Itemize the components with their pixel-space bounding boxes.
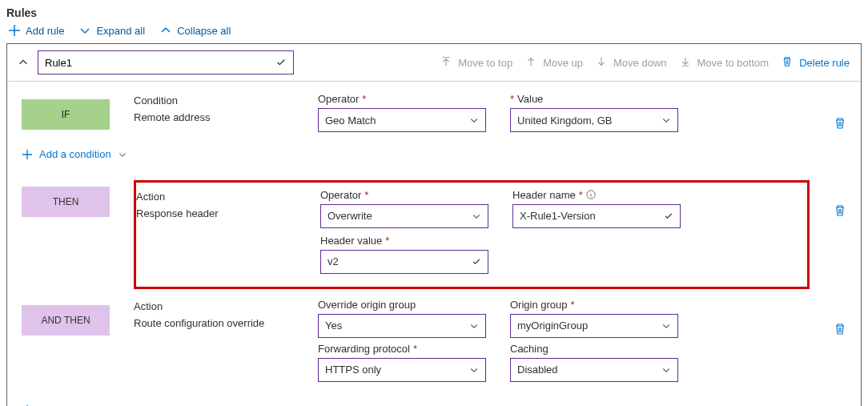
- collapse-all-button[interactable]: Collapse all: [159, 24, 231, 37]
- required-star: *: [571, 299, 575, 311]
- action2-label: Action: [134, 300, 294, 312]
- condition-label: Condition: [134, 94, 294, 107]
- check-icon: [472, 257, 481, 267]
- chevron-down-icon: [78, 24, 91, 37]
- caching-select[interactable]: Disabled: [510, 358, 678, 382]
- check-icon: [275, 57, 287, 68]
- delete-rule-button[interactable]: Delete rule: [778, 56, 853, 69]
- move-to-bottom-label: Move to bottom: [697, 57, 770, 69]
- action-sublabel: Response header: [136, 207, 296, 219]
- required-star: *: [364, 189, 368, 201]
- rule-card: Move to top Move up Move down Move to bo…: [6, 43, 862, 406]
- override-origin-select[interactable]: Yes: [318, 314, 486, 338]
- condition-sublabel: Remote address: [134, 111, 294, 123]
- move-up-label: Move up: [543, 57, 583, 69]
- move-down-button: Move down: [593, 56, 669, 69]
- then-badge: THEN: [22, 187, 110, 217]
- override-origin-label: Override origin group: [318, 299, 416, 311]
- chevron-up-icon: [159, 24, 172, 37]
- chevron-down-icon: [118, 150, 127, 159]
- rule-name-input[interactable]: [45, 57, 275, 69]
- forwarding-protocol-value: HTTPS only: [325, 364, 469, 376]
- arrow-down-icon: [596, 56, 609, 69]
- add-rule-label: Add rule: [26, 25, 64, 37]
- condition-operator-label: Operator: [318, 93, 359, 105]
- action-operator-select[interactable]: Overwrite: [320, 204, 488, 228]
- header-value-input[interactable]: v2: [320, 250, 488, 274]
- required-star: *: [385, 235, 389, 247]
- header-value-label: Header value: [320, 235, 382, 247]
- info-icon: [586, 190, 596, 199]
- trash-icon: [782, 56, 794, 69]
- move-top-icon: [440, 56, 453, 69]
- condition-operator-select[interactable]: Geo Match: [318, 108, 486, 132]
- required-star: *: [413, 343, 417, 355]
- arrow-up-icon: [525, 56, 538, 69]
- forwarding-protocol-select[interactable]: HTTPS only: [318, 358, 486, 382]
- delete-action-button[interactable]: [834, 204, 846, 217]
- delete-action2-button[interactable]: [834, 323, 846, 336]
- rule-collapse-toggle[interactable]: [15, 54, 31, 70]
- action-label: Action: [136, 191, 296, 203]
- rule-header: Move to top Move up Move down Move to bo…: [7, 44, 861, 82]
- action-operator-label: Operator: [320, 189, 361, 201]
- chevron-down-icon: [469, 365, 479, 375]
- delete-rule-label: Delete rule: [799, 57, 850, 69]
- header-name-label: Header name: [512, 189, 576, 201]
- move-to-top-label: Move to top: [458, 57, 512, 69]
- override-origin-value: Yes: [325, 320, 469, 332]
- condition-operator-value: Geo Match: [325, 115, 469, 127]
- origin-group-label: Origin group: [510, 299, 568, 311]
- header-value-value: v2: [328, 255, 472, 267]
- add-condition-label: Add a condition: [39, 148, 111, 160]
- chevron-down-icon: [661, 115, 671, 125]
- check-icon: [664, 211, 673, 221]
- chevron-down-icon: [469, 321, 479, 331]
- condition-value-value: United Kingdom, GB: [517, 115, 661, 127]
- header-name-input[interactable]: X-Rule1-Version: [512, 204, 681, 228]
- highlighted-region: Action Response header Operator * Overwr…: [134, 180, 810, 289]
- action2-sublabel: Route configuration override: [134, 317, 294, 329]
- rules-toolbar: Add rule Expand all Collapse all: [6, 24, 862, 37]
- plus-icon: [8, 24, 21, 37]
- forwarding-protocol-label: Forwarding protocol: [318, 343, 410, 355]
- move-bottom-icon: [680, 56, 693, 69]
- chevron-down-icon: [661, 321, 671, 331]
- add-condition-button[interactable]: Add a condition: [22, 148, 127, 160]
- if-badge: IF: [22, 99, 110, 130]
- move-to-bottom-button: Move to bottom: [677, 56, 773, 69]
- move-up-button: Move up: [522, 56, 586, 69]
- origin-group-value: myOriginGroup: [517, 320, 661, 332]
- chevron-down-icon: [472, 211, 481, 221]
- rules-title: Rules: [6, 6, 862, 19]
- condition-value-select[interactable]: United Kingdom, GB: [510, 108, 678, 132]
- add-rule-button[interactable]: Add rule: [8, 24, 64, 37]
- condition-value-label: Value: [517, 93, 543, 105]
- expand-all-button[interactable]: Expand all: [78, 24, 145, 37]
- caching-value: Disabled: [517, 364, 661, 376]
- collapse-all-label: Collapse all: [177, 25, 231, 37]
- required-star: *: [579, 189, 583, 201]
- delete-condition-button[interactable]: [834, 117, 846, 130]
- required-star: *: [362, 93, 366, 105]
- move-down-label: Move down: [613, 57, 666, 69]
- expand-all-label: Expand all: [96, 25, 145, 37]
- origin-group-select[interactable]: myOriginGroup: [510, 314, 678, 338]
- rule-name-field[interactable]: [38, 50, 294, 74]
- action-operator-value: Overwrite: [328, 210, 472, 222]
- header-name-value: X-Rule1-Version: [520, 210, 664, 222]
- caching-label: Caching: [510, 343, 549, 355]
- plus-icon: [22, 149, 33, 160]
- and-then-badge: AND THEN: [22, 305, 110, 336]
- chevron-down-icon: [661, 365, 671, 375]
- chevron-down-icon: [469, 115, 479, 125]
- required-star: *: [510, 93, 514, 105]
- move-to-top-button: Move to top: [437, 56, 516, 69]
